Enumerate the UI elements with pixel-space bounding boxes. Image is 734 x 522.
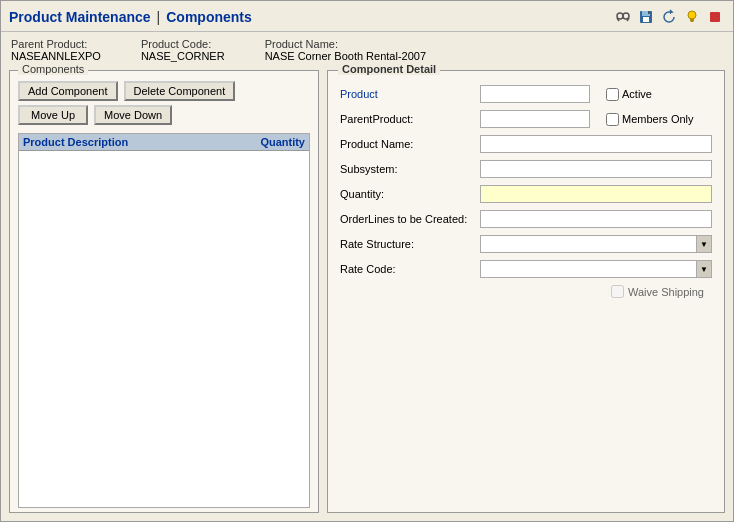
product-code-value: NASE_CORNER	[141, 50, 225, 62]
rate-structure-select[interactable]	[480, 235, 712, 253]
title-bar: Product Maintenance | Components	[1, 1, 733, 32]
detail-form: Product Active ParentProduct: Membe	[328, 71, 724, 306]
move-up-button[interactable]: Move Up	[18, 105, 88, 125]
active-checkbox-group: Active	[606, 88, 652, 101]
orderlines-input[interactable]	[480, 210, 712, 228]
search-icon[interactable]	[613, 7, 633, 27]
waive-shipping-row: Waive Shipping	[340, 285, 712, 298]
components-legend: Components	[18, 63, 88, 75]
lightbulb-icon[interactable]	[682, 7, 702, 27]
subsystem-row: Subsystem:	[340, 160, 712, 178]
button-row-2: Move Up Move Down	[18, 105, 310, 125]
product-name-field: Product Name: NASE Corner Booth Rental-2…	[265, 38, 426, 62]
parent-product-label: Parent Product:	[11, 38, 101, 50]
product-name-label: Product Name:	[265, 38, 426, 50]
product-name-form-label: Product Name:	[340, 138, 480, 150]
members-only-checkbox-group: Members Only	[606, 113, 694, 126]
active-label: Active	[622, 88, 652, 100]
product-field-label: Product	[340, 88, 480, 100]
waive-shipping-label: Waive Shipping	[628, 286, 704, 298]
add-component-button[interactable]: Add Component	[18, 81, 118, 101]
app-title: Product Maintenance	[9, 9, 151, 25]
active-checkbox[interactable]	[606, 88, 619, 101]
rate-code-select-wrapper: ▼	[480, 260, 712, 278]
orderlines-row: OrderLines to be Created:	[340, 210, 712, 228]
quantity-input[interactable]	[480, 185, 712, 203]
product-code-field: Product Code: NASE_CORNER	[141, 38, 225, 62]
parent-product-form-label: ParentProduct:	[340, 113, 480, 125]
flag-icon[interactable]	[705, 7, 725, 27]
delete-component-button[interactable]: Delete Component	[124, 81, 236, 101]
toolbar	[613, 7, 725, 27]
components-table: Product Description Quantity	[18, 133, 310, 508]
rate-structure-dropdown-arrow[interactable]: ▼	[696, 235, 712, 253]
detail-panel: Component Detail Product Active ParentPr…	[327, 70, 725, 513]
rate-structure-label: Rate Structure:	[340, 238, 480, 250]
subsystem-label: Subsystem:	[340, 163, 480, 175]
product-name-value: NASE Corner Booth Rental-2007	[265, 50, 426, 62]
meta-section: Parent Product: NASEANNLEXPO Product Cod…	[1, 32, 733, 66]
col-desc-header: Product Description	[23, 136, 245, 148]
button-row-1: Add Component Delete Component	[18, 81, 310, 101]
save-icon[interactable]	[636, 7, 656, 27]
refresh-icon[interactable]	[659, 7, 679, 27]
parent-product-input[interactable]	[480, 110, 590, 128]
components-panel: Components Add Component Delete Componen…	[9, 70, 319, 513]
svg-rect-11	[691, 21, 694, 22]
product-row: Product Active	[340, 85, 712, 103]
members-only-label: Members Only	[622, 113, 694, 125]
svg-rect-12	[710, 12, 720, 22]
subsystem-input[interactable]	[480, 160, 712, 178]
rate-code-label: Rate Code:	[340, 263, 480, 275]
section-title: Components	[166, 9, 252, 25]
content-area: Components Add Component Delete Componen…	[1, 66, 733, 521]
move-down-button[interactable]: Move Down	[94, 105, 172, 125]
svg-rect-10	[690, 19, 694, 21]
col-qty-header: Quantity	[245, 136, 305, 148]
table-header: Product Description Quantity	[19, 134, 309, 151]
rate-structure-select-wrapper: ▼	[480, 235, 712, 253]
main-window: Product Maintenance | Components	[0, 0, 734, 522]
svg-point-9	[688, 11, 696, 19]
title-separator: |	[157, 9, 161, 25]
rate-structure-row: Rate Structure: ▼	[340, 235, 712, 253]
product-input[interactable]	[480, 85, 590, 103]
product-name-row: Product Name:	[340, 135, 712, 153]
product-code-label: Product Code:	[141, 38, 225, 50]
members-only-checkbox[interactable]	[606, 113, 619, 126]
orderlines-label: OrderLines to be Created:	[340, 213, 480, 225]
parent-product-row: ParentProduct: Members Only	[340, 110, 712, 128]
waive-shipping-checkbox[interactable]	[611, 285, 624, 298]
svg-rect-8	[648, 11, 650, 14]
detail-legend: Component Detail	[338, 63, 440, 75]
quantity-row: Quantity:	[340, 185, 712, 203]
rate-code-select[interactable]	[480, 260, 712, 278]
rate-code-dropdown-arrow[interactable]: ▼	[696, 260, 712, 278]
product-name-input[interactable]	[480, 135, 712, 153]
svg-rect-7	[643, 17, 649, 22]
quantity-label: Quantity:	[340, 188, 480, 200]
parent-product-value: NASEANNLEXPO	[11, 50, 101, 62]
rate-code-row: Rate Code: ▼	[340, 260, 712, 278]
parent-product-field: Parent Product: NASEANNLEXPO	[11, 38, 101, 62]
components-buttons: Add Component Delete Component Move Up M…	[10, 71, 318, 129]
